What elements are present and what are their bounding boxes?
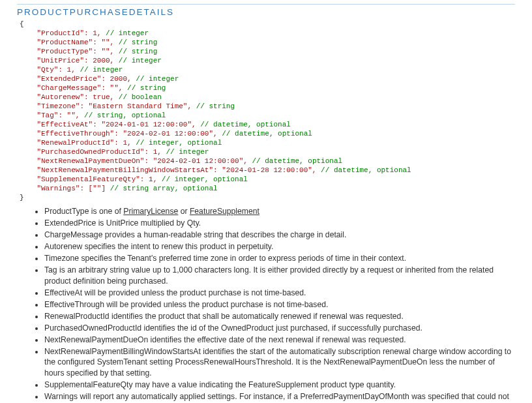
- list-item: ExtendedPrice is UnitPrice multiplied by…: [44, 218, 515, 229]
- list-item: Warnings will report any automatically a…: [44, 391, 515, 404]
- code-line: "ProductType": "", // string: [20, 48, 157, 55]
- top-rule: [17, 4, 515, 5]
- code-line: "NextRenewalPaymentBillingWindowStartsAt…: [20, 166, 411, 174]
- list-item: RenewalProductId identifies the product …: [44, 311, 515, 322]
- list-item: PurchasedOwnedProductId identifies the i…: [44, 323, 515, 334]
- code-line: "PurchasedOwnedProductId": 1, // integer: [20, 148, 209, 156]
- code-line: "ExtendedPrice": 2000, // integer: [20, 75, 179, 83]
- list-item: ProductType is one of PrimaryLicense or …: [44, 206, 515, 217]
- brace-open: {: [20, 20, 24, 28]
- code-line: "Qty": 1, // integer: [20, 66, 123, 74]
- description-list: ProductType is one of PrimaryLicense or …: [17, 206, 515, 403]
- list-item: SupplementalFeatureQty may have a value …: [44, 380, 515, 391]
- brace-close: }: [20, 194, 24, 202]
- list-item: EffectiveThrough will be provided unless…: [44, 299, 515, 310]
- code-line: "UnitPrice": 2000, // integer: [20, 57, 162, 65]
- code-block: { "ProductId": 1, // integer "ProductNam…: [20, 20, 515, 202]
- code-line: "EffectiveAt": "2024-01-01 12:00:00", //…: [20, 121, 291, 128]
- code-line: "RenewalProductId": 1, // integer, optio…: [20, 139, 222, 147]
- code-line: "ProductId": 1, // integer: [20, 29, 149, 37]
- list-item: EffectiveAt will be provided unless the …: [44, 288, 515, 299]
- link-primarylicense[interactable]: PrimaryLicense: [123, 207, 178, 216]
- list-item: NextRenewalPaymentBillingWindowStartsAt …: [44, 346, 515, 379]
- code-line: "Timezone": "Eastern Standard Time", // …: [20, 102, 235, 110]
- list-item: Tag is an arbitrary string value up to 1…: [44, 265, 515, 286]
- list-item: NextRenewalPaymentDueOn identifies the e…: [44, 335, 515, 346]
- code-line: "EffectiveThrough": "2024-02-01 12:00:00…: [20, 130, 312, 138]
- link-featuresupplement[interactable]: FeatureSupplement: [190, 207, 259, 216]
- code-line: "NextRenewalPaymentDueOn": "2024-02-01 1…: [20, 157, 342, 165]
- code-line: "SupplementalFeatureQty": 1, // integer,…: [20, 175, 248, 183]
- code-line: "Tag": "", // string, optional: [20, 112, 166, 119]
- list-item: ChargeMessage provides a human-readable …: [44, 230, 515, 241]
- code-line: "ProductName": "", // string: [20, 38, 157, 46]
- section-heading: PRODUCTPURCHASEDETAILS: [17, 7, 515, 17]
- code-line: "Warnings": [""] // string array, option…: [20, 185, 218, 192]
- code-line: "Autorenew": true, // boolean: [20, 93, 162, 101]
- list-item: Timezone specifies the Tenant's preferre…: [44, 253, 515, 264]
- code-line: "ChargeMessage": "", // string: [20, 84, 166, 92]
- list-item: Autorenew specifies the intent to renew …: [44, 241, 515, 252]
